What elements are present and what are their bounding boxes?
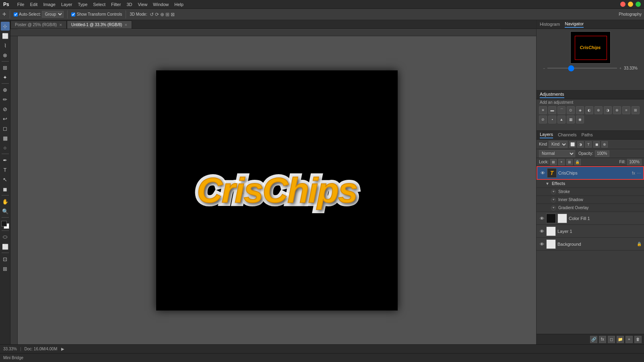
quick-select-tool[interactable]: ⊗ <box>1 51 10 60</box>
type-tool[interactable]: T <box>1 165 10 174</box>
filter-adjust-icon[interactable]: ◑ <box>577 141 584 148</box>
eyedropper-tool[interactable]: ✦ <box>1 73 10 82</box>
layer-item-color-fill[interactable]: 👁 Color Fill 1 <box>537 212 644 225</box>
adj-exposure-icon[interactable]: ⊙ <box>567 106 575 114</box>
inner-shadow-visibility[interactable]: 👁 <box>551 197 556 202</box>
adj-threshold-icon[interactable]: ▲ <box>557 115 566 123</box>
brush-tool[interactable]: ✏ <box>1 95 10 104</box>
eraser-tool[interactable]: ◻ <box>1 124 10 133</box>
effect-gradient-overlay[interactable]: 👁 Gradient Overlay <box>537 204 644 212</box>
background-visibility[interactable]: 👁 <box>539 241 545 247</box>
gradient-overlay-visibility[interactable]: 👁 <box>551 206 556 210</box>
zoom-slider[interactable] <box>547 68 617 69</box>
3d-pan-icon[interactable]: ⊕ <box>160 12 164 17</box>
window-minimize-button[interactable] <box>628 2 633 7</box>
lock-all-button[interactable]: 🔒 <box>574 159 581 165</box>
layer1-visibility[interactable]: 👁 <box>539 228 545 234</box>
tab-navigator[interactable]: Navigator <box>565 21 584 28</box>
mini-bridge-bar[interactable]: Mini Bridge <box>0 353 644 362</box>
effect-inner-shadow[interactable]: 👁 Inner Shadow <box>537 196 644 204</box>
zoom-in-icon[interactable]: + <box>619 66 621 70</box>
menu-file[interactable]: File <box>17 2 25 7</box>
clone-stamp-tool[interactable]: ⊘ <box>1 105 10 113</box>
history-brush-tool[interactable]: ↩ <box>1 114 10 123</box>
adjustments-tab[interactable]: Adjustments <box>540 92 564 98</box>
filter-shape-icon[interactable]: ◼ <box>593 141 600 148</box>
pen-tool[interactable]: ✒ <box>1 156 10 165</box>
stroke-visibility[interactable]: 👁 <box>551 189 556 194</box>
hand-tool[interactable]: ✋ <box>1 197 10 206</box>
add-mask-button[interactable]: ◻ <box>608 336 615 343</box>
adj-brightness-icon[interactable]: ☀ <box>539 106 547 114</box>
menu-help[interactable]: Help <box>174 2 184 7</box>
tab-untitled-close[interactable]: ✕ <box>124 23 128 27</box>
menu-layer[interactable]: Layer <box>61 2 72 7</box>
lock-artboard-button[interactable]: ⊞ <box>566 159 573 165</box>
menu-image[interactable]: Image <box>43 2 56 7</box>
adj-color-lookup-icon[interactable]: ⊞ <box>632 106 640 114</box>
effects-collapse-icon[interactable]: ▼ <box>545 181 549 186</box>
adj-selective-color-icon[interactable]: ◉ <box>576 115 584 123</box>
marquee-tool[interactable]: ⬜ <box>1 31 10 40</box>
delete-layer-button[interactable]: 🗑 <box>634 336 642 343</box>
crop-tool[interactable]: ⊞ <box>1 63 10 72</box>
layer-crischips-options[interactable]: ⋯ <box>637 171 641 175</box>
lock-pixel-button[interactable]: ⊠ <box>550 159 557 165</box>
3d-scale-icon[interactable]: ⊠ <box>171 12 175 17</box>
adj-curves-icon[interactable]: ⌒ <box>557 106 566 114</box>
adj-posterize-icon[interactable]: ▪ <box>548 115 556 123</box>
layers-tab[interactable]: Layers <box>540 132 553 138</box>
layer-color-fill-visibility[interactable]: 👁 <box>539 216 545 221</box>
menu-window[interactable]: Window <box>153 2 169 7</box>
path-selection-tool[interactable]: ↖ <box>1 175 10 184</box>
canvas-scroll[interactable]: CrisChips CrisChips <box>18 36 536 344</box>
window-maximize-button[interactable] <box>636 2 641 7</box>
gradient-tool[interactable]: ▦ <box>1 134 10 142</box>
adj-hsl-icon[interactable]: ◐ <box>585 106 593 114</box>
move-tool[interactable]: ⊹ <box>1 22 10 31</box>
channels-tab[interactable]: Channels <box>558 132 576 138</box>
menu-type[interactable]: Type <box>78 2 88 7</box>
zoom-out-icon[interactable]: − <box>543 66 545 70</box>
menu-3d[interactable]: 3D <box>126 2 132 7</box>
tab-poster-close[interactable]: ✕ <box>59 23 62 27</box>
dodge-tool[interactable]: ○ <box>1 143 10 152</box>
healing-brush-tool[interactable]: ⊕ <box>1 85 10 94</box>
bridge-tool[interactable]: ⊞ <box>1 264 10 273</box>
adj-invert-icon[interactable]: ⊘ <box>539 115 547 123</box>
shape-tool[interactable]: ◼ <box>1 185 10 193</box>
menu-filter[interactable]: Filter <box>111 2 121 7</box>
color-indicator[interactable] <box>1 221 9 229</box>
adj-levels-icon[interactable]: ▬ <box>548 106 556 114</box>
3d-slide-icon[interactable]: ⊞ <box>165 12 169 17</box>
frame-tool[interactable]: ⊡ <box>1 255 10 263</box>
layer-item-crischips[interactable]: 👁 T CrisChips fx ⋯ <box>537 166 644 180</box>
tab-poster[interactable]: Poster @ 25% (RGB/8) ✕ <box>10 21 67 29</box>
adj-color-balance-icon[interactable]: ⊕ <box>594 106 603 114</box>
adj-photo-filter-icon[interactable]: ⊗ <box>613 106 621 114</box>
adj-gradient-map-icon[interactable]: ▦ <box>567 115 575 123</box>
auto-select-type-select[interactable]: Group Layer <box>42 11 64 18</box>
tab-histogram[interactable]: Histogram <box>540 22 560 27</box>
filter-type-icon[interactable]: T <box>585 141 592 148</box>
lock-position-button[interactable]: + <box>558 159 565 165</box>
window-close-button[interactable] <box>620 2 625 7</box>
filter-pixel-icon[interactable]: ⬜ <box>569 141 576 148</box>
effects-header[interactable]: ▼ Effects <box>537 180 644 188</box>
photoshop-canvas[interactable]: CrisChips CrisChips <box>156 70 398 311</box>
zoom-tool[interactable]: 🔍 <box>1 207 10 216</box>
menu-edit[interactable]: Edit <box>30 2 37 7</box>
auto-select-checkbox[interactable] <box>14 12 18 16</box>
status-arrow-icon[interactable]: ▶ <box>61 347 64 351</box>
kind-select[interactable]: Kind <box>549 141 568 148</box>
new-layer-button[interactable]: + <box>625 336 633 343</box>
blend-mode-select[interactable]: Normal Multiply Screen <box>539 150 575 157</box>
filter-smart-icon[interactable]: ⊕ <box>601 141 608 148</box>
adj-vibrance-icon[interactable]: ◈ <box>576 106 584 114</box>
effect-stroke[interactable]: 👁 Stroke <box>537 188 644 196</box>
3d-roll-icon[interactable]: ⟳ <box>155 12 159 17</box>
adj-bw-icon[interactable]: ◑ <box>604 106 612 114</box>
lasso-tool[interactable]: ⌇ <box>1 41 10 50</box>
layer-crischips-visibility[interactable]: 👁 <box>540 170 545 176</box>
foreground-color-swatch[interactable] <box>1 221 7 226</box>
